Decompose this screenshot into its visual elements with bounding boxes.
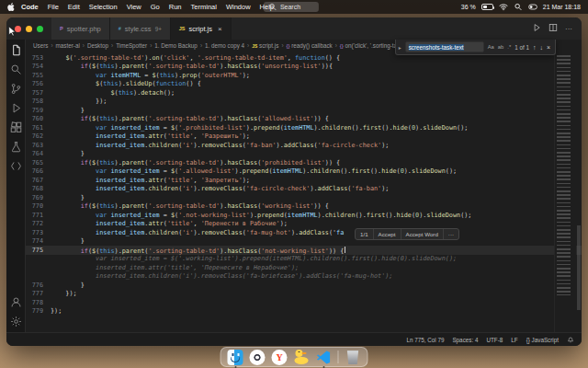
code-line[interactable]: 777 }); (26, 290, 582, 299)
code-line[interactable]: 768 inserted_item.children('i').removeCl… (26, 185, 582, 194)
code-line[interactable]: 758 }); (26, 98, 582, 107)
code-line[interactable]: 765 if($(this).parent('.sorting-table-td… (26, 158, 582, 167)
breadcrumb-item[interactable]: JS script.js (252, 42, 278, 49)
dock-icon-chatgpt[interactable] (250, 350, 266, 365)
menu-item-selection[interactable]: Selection (85, 3, 122, 11)
code-line[interactable]: 774 } (26, 237, 582, 247)
explorer-icon[interactable] (10, 44, 22, 56)
scrollbar[interactable] (576, 52, 582, 332)
code-line[interactable]: 775 if($(this).parent('.sorting-table-td… (26, 246, 582, 255)
find-input[interactable]: screenshots-task-text (405, 41, 484, 52)
statusbar-item[interactable]: Spaces: 4 (452, 337, 478, 343)
code-line[interactable]: 762 inserted_item.attr('title', 'Разреши… (26, 132, 582, 142)
code-editor[interactable]: 753 $('.sorting-table-td').on('click', '… (26, 53, 582, 332)
split-editor-icon[interactable] (548, 23, 558, 34)
menubar-search-field[interactable]: Search (264, 2, 319, 12)
battery-icon[interactable] (481, 4, 493, 10)
code-line[interactable]: 764 } (26, 150, 582, 159)
testing-icon[interactable] (10, 141, 22, 153)
code-line[interactable]: inserted_item.children('i').removeClass(… (26, 272, 582, 282)
menu-item-terminal[interactable]: Terminal (187, 3, 221, 11)
breadcrumb-item[interactable]: 1. Demo Backup (154, 42, 198, 49)
code-line[interactable]: 755 var itemHTML = $(this).prop('outerHT… (26, 71, 582, 80)
menu-item-file[interactable]: File (43, 3, 63, 11)
menu-item-run[interactable]: Run (164, 3, 187, 11)
control-center-icon[interactable] (528, 3, 537, 11)
statusbar-item[interactable]: UTF-8 (486, 337, 503, 343)
code-line[interactable]: 763 inserted_item.children('i').removeCl… (26, 141, 582, 150)
code-line[interactable]: var inserted_item = $('.working-list').p… (26, 255, 582, 264)
menu-item-go[interactable]: Go (146, 3, 164, 11)
close-find-icon[interactable]: × (547, 44, 550, 51)
account-icon[interactable] (10, 296, 22, 308)
code-line[interactable]: inserted_item.attr('title', 'Перенесите … (26, 263, 582, 272)
more-actions-icon[interactable]: ··· (565, 25, 572, 33)
code-line[interactable]: 779}); (26, 307, 582, 316)
code-line[interactable]: 761 var inserted_item = $('.prohibited-l… (26, 123, 582, 132)
code-line[interactable]: 772 inserted_item.attr('title', 'Перенес… (26, 220, 582, 229)
scrollbar-thumb[interactable] (577, 225, 581, 310)
zoom-window-button[interactable] (37, 26, 43, 32)
notifications-bell-icon[interactable] (567, 336, 574, 344)
line-content: } (51, 150, 85, 157)
tab-script.js[interactable]: JSscript.js× (171, 17, 232, 40)
statusbar-item[interactable]: LF (511, 337, 517, 343)
tab-spotter.php[interactable]: Pspotter.php (51, 17, 110, 40)
search-icon[interactable] (10, 63, 22, 75)
code-line[interactable]: 770 if($(this).parent('.sorting-table-td… (26, 202, 582, 212)
dock-icon-vscode[interactable] (316, 350, 332, 365)
next-match-icon[interactable]: ↓ (539, 44, 543, 51)
remote-icon[interactable] (10, 160, 22, 172)
code-line[interactable]: 769 } (26, 193, 582, 202)
breadcrumb-item[interactable]: Users (33, 42, 48, 49)
extensions-icon[interactable] (10, 121, 22, 133)
code-line[interactable]: 766 var inserted_item = $('.allowed-list… (26, 167, 582, 177)
settings-gear-icon[interactable] (10, 316, 22, 328)
menubar-clock[interactable]: 21 Mar 18:18 (543, 4, 581, 10)
suggest-more-icon[interactable]: ··· (444, 229, 458, 239)
close-tab-icon[interactable]: × (218, 25, 222, 33)
source-control-icon[interactable] (10, 83, 22, 95)
dock-icon-cyberduck[interactable] (294, 350, 310, 365)
code-line[interactable]: 759 } (26, 106, 582, 115)
minimap[interactable] (554, 52, 576, 332)
code-line[interactable]: 773 inserted_item.children('i').removeCl… (26, 228, 582, 237)
breadcrumb-item[interactable]: master-al (56, 42, 80, 49)
code-line[interactable]: 760 if($(this).parent('.sorting-table-td… (26, 115, 582, 124)
breadcrumb-item[interactable]: TimeSpotter (116, 42, 147, 49)
menu-item-window[interactable]: Window (221, 3, 255, 11)
tab-style.css[interactable]: #style.css9+ (110, 17, 171, 40)
statusbar-item[interactable]: Ln 775, Col 79 (406, 337, 444, 343)
code-line[interactable]: 771 var inserted_item = $('.not-working-… (26, 211, 582, 220)
run-debug-icon[interactable] (10, 102, 22, 114)
toggle-replace-icon[interactable]: ▸ (399, 44, 401, 51)
accept-suggestion-button[interactable]: Accept (374, 229, 401, 239)
menu-item-code[interactable]: Code (17, 3, 43, 11)
code-line[interactable]: 776 } (26, 281, 582, 290)
menu-item-edit[interactable]: Edit (63, 3, 85, 11)
dock-icon-trash[interactable] (345, 350, 361, 365)
regex-icon[interactable]: .* (507, 44, 511, 50)
accept-word-button[interactable]: Accept Word (401, 229, 444, 239)
breadcrumb-item[interactable]: Desktop (87, 42, 108, 49)
code-line[interactable]: 767 inserted_item.attr('title', 'Запрети… (26, 176, 582, 185)
breadcrumb-item[interactable]: 1. demo copy 4 (205, 42, 244, 49)
prev-match-icon[interactable]: ↑ (533, 44, 537, 51)
minimize-window-button[interactable] (26, 26, 32, 32)
dock-icon-finder[interactable] (228, 350, 243, 365)
match-case-icon[interactable]: Aa (488, 44, 494, 50)
code-line[interactable]: 778 (26, 298, 582, 307)
spotlight-icon[interactable] (514, 3, 523, 11)
line-content: if($(this).parent('.sorting-table-td').h… (51, 202, 329, 210)
whole-word-icon[interactable]: ab (498, 44, 503, 50)
breadcrumb-item[interactable]: {} ready() callback (286, 42, 332, 49)
code-line[interactable]: 756 $(this).slideUp(function() { (26, 80, 582, 89)
dock-icon-yandex-browser[interactable]: Y (272, 350, 288, 365)
code-line[interactable]: 754 if($(this).parent('.sorting-table-td… (26, 63, 582, 72)
run-icon[interactable] (532, 23, 541, 34)
code-line[interactable]: 757 $(this).detach(); (26, 88, 582, 98)
wifi-icon[interactable] (499, 3, 508, 11)
apple-menu-icon[interactable] (7, 3, 15, 11)
menu-item-view[interactable]: View (122, 3, 146, 11)
statusbar-item[interactable]: {} JavaScript (526, 337, 559, 343)
